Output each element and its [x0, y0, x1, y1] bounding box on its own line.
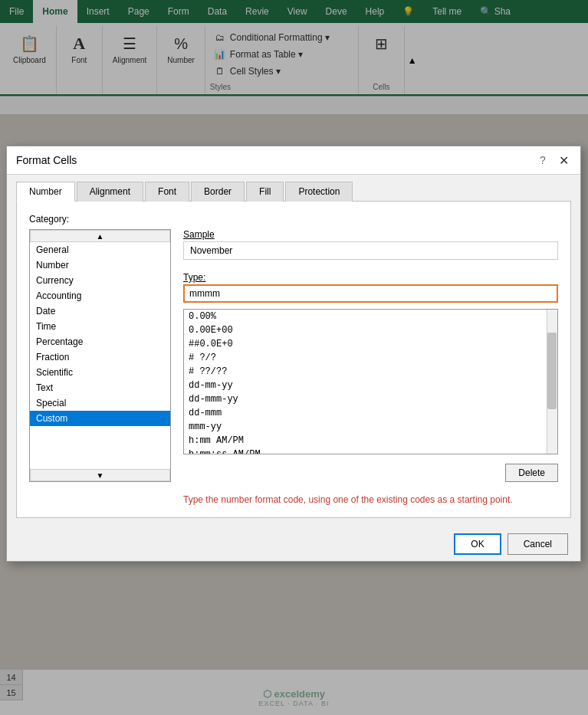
tab-number[interactable]: Number [16, 182, 75, 202]
dialog-main: ▲ General Number Currency Accounting Dat… [29, 229, 558, 505]
category-special[interactable]: Special [30, 395, 170, 411]
category-list-wrapper: ▲ General Number Currency Accounting Dat… [29, 229, 171, 482]
format-item[interactable]: dd-mm-yy [184, 379, 557, 392]
format-item[interactable]: h:mm AM/PM [184, 434, 557, 448]
format-list: 0.00% 0.00E+00 ##0.0E+0 # ?/? # ??/?? dd… [184, 310, 557, 454]
delete-button[interactable]: Delete [505, 464, 558, 482]
category-scientific[interactable]: Scientific [30, 365, 170, 380]
dialog-titlebar: Format Cells ? ✕ [7, 146, 580, 175]
format-item[interactable]: dd-mmm [184, 406, 557, 420]
category-scroll-down[interactable]: ▼ [30, 469, 170, 481]
scrollbar-thumb [547, 333, 557, 409]
category-list: General Number Currency Accounting Date … [30, 242, 170, 469]
dialog-close-button[interactable]: ✕ [556, 153, 571, 168]
format-item[interactable]: # ?/? [184, 351, 557, 365]
dialog-content: Category: ▲ General Number Currency Acco… [16, 201, 571, 518]
modal-overlay: Format Cells ? ✕ Number Alignment Font B… [0, 0, 588, 715]
dialog-help-button[interactable]: ? [536, 153, 550, 167]
hint-text: Type the number format code, using one o… [183, 494, 558, 505]
format-item[interactable]: mmm-yy [184, 420, 557, 434]
tab-fill[interactable]: Fill [246, 182, 284, 202]
format-cells-dialog: Format Cells ? ✕ Number Alignment Font B… [6, 146, 581, 562]
category-fraction[interactable]: Fraction [30, 349, 170, 365]
dialog-tabs: Number Alignment Font Border Fill Protec… [7, 175, 580, 201]
category-currency[interactable]: Currency [30, 273, 170, 288]
right-panel: Sample November Type: 0.00% 0.00E+00 ##0… [183, 229, 558, 505]
ok-button[interactable]: OK [454, 533, 501, 555]
category-custom[interactable]: Custom [30, 411, 170, 426]
format-list-wrapper: 0.00% 0.00E+00 ##0.0E+0 # ?/? # ??/?? dd… [183, 309, 558, 454]
dialog-footer: OK Cancel [7, 527, 580, 561]
type-input[interactable] [183, 284, 558, 303]
tab-alignment[interactable]: Alignment [77, 182, 143, 202]
category-text[interactable]: Text [30, 380, 170, 395]
category-list-scroll: General Number Currency Accounting Date … [30, 242, 170, 469]
format-item[interactable]: 0.00E+00 [184, 323, 557, 337]
tab-font[interactable]: Font [145, 182, 189, 202]
category-time[interactable]: Time [30, 319, 170, 334]
format-item[interactable]: 0.00% [184, 310, 557, 323]
cancel-button[interactable]: Cancel [508, 533, 568, 555]
format-list-scrollbar[interactable] [547, 310, 557, 454]
category-general[interactable]: General [30, 242, 170, 257]
tab-protection[interactable]: Protection [285, 182, 353, 202]
category-number[interactable]: Number [30, 257, 170, 273]
format-item[interactable]: h:mm:ss AM/PM [184, 448, 557, 454]
sample-label: Sample [183, 229, 558, 240]
category-percentage[interactable]: Percentage [30, 334, 170, 349]
tab-border[interactable]: Border [191, 182, 245, 202]
category-date[interactable]: Date [30, 303, 170, 319]
dialog-title: Format Cells [16, 154, 77, 166]
dialog-title-buttons: ? ✕ [536, 153, 571, 168]
format-item[interactable]: # ??/?? [184, 365, 557, 379]
sample-value: November [183, 241, 558, 260]
category-scroll-up[interactable]: ▲ [30, 230, 170, 242]
category-label: Category: [29, 214, 558, 225]
category-accounting[interactable]: Accounting [30, 288, 170, 303]
format-item[interactable]: dd-mmm-yy [184, 392, 557, 406]
type-label: Type: [183, 272, 558, 283]
format-item[interactable]: ##0.0E+0 [184, 337, 557, 351]
